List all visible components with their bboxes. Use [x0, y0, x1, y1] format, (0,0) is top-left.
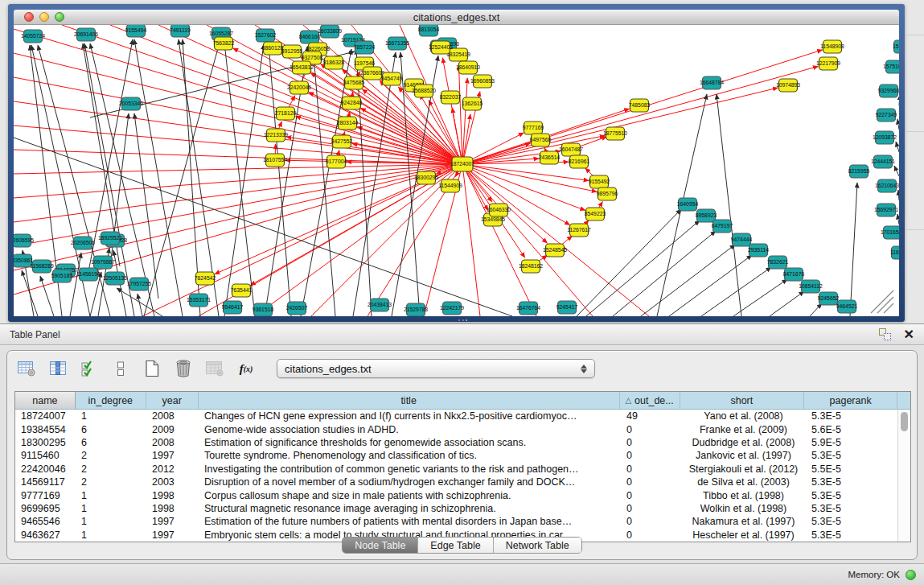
graph-edge[interactable]	[701, 267, 771, 316]
graph-node[interactable]: 12444151	[871, 155, 895, 168]
graph-node[interactable]: 8322037	[440, 91, 462, 104]
graph-node[interactable]: 8186328	[323, 56, 345, 69]
minimize-window-button[interactable]	[39, 12, 49, 22]
graph-node[interactable]: 8471676	[783, 268, 805, 281]
graph-node[interactable]: 7635441	[231, 284, 253, 297]
graph-node[interactable]: 18724007	[450, 157, 474, 171]
network-view-window[interactable]: citations_edges.txt 14055724206914069155…	[8, 4, 905, 322]
graph-edge[interactable]	[586, 220, 700, 316]
graph-node[interactable]: 17957255	[127, 278, 151, 290]
delete-icon[interactable]	[173, 359, 194, 378]
graph-node[interactable]: 22606595	[14, 234, 34, 247]
table-row[interactable]: 1872400712008Changes of HCN gene express…	[15, 410, 910, 422]
unselect-all-icon[interactable]	[110, 359, 131, 378]
graph-node[interactable]: 2935114	[748, 244, 769, 257]
graph-edge[interactable]	[138, 294, 142, 316]
graph-node[interactable]: 12217909	[816, 57, 840, 70]
graph-edge[interactable]	[897, 119, 899, 130]
graph-node[interactable]: 9155494	[125, 25, 147, 37]
column-header-year[interactable]: year	[146, 392, 199, 409]
graph-edge[interactable]	[462, 88, 778, 164]
graph-node[interactable]: 11456194	[76, 268, 101, 281]
graph-node[interactable]: 5905185	[51, 270, 73, 282]
table-scrollbar[interactable]	[897, 410, 910, 542]
tab-edge-table[interactable]: Edge Table	[418, 538, 493, 553]
graph-node[interactable]: 1527602	[255, 29, 277, 42]
graph-edge[interactable]	[360, 108, 462, 164]
graph-node[interactable]: 9245417	[556, 301, 578, 314]
table-row[interactable]: 1456911722003Disruption of a novel membe…	[15, 476, 910, 488]
graph-node[interactable]: 8912955	[281, 45, 303, 58]
close-panel-icon[interactable]: ✕	[904, 329, 914, 340]
graph-node[interactable]: 11544909	[438, 179, 462, 192]
graph-node[interactable]: 8549223	[585, 208, 606, 220]
graph-edge[interactable]	[717, 94, 741, 316]
column-header-short[interactable]: short	[680, 392, 805, 409]
graph-edge[interactable]	[462, 78, 467, 164]
graph-edge[interactable]	[733, 279, 787, 316]
graph-node[interactable]: 20438413	[368, 299, 392, 311]
graph-node[interactable]: 8813054	[418, 25, 440, 36]
delete-table-icon[interactable]	[204, 359, 225, 378]
table-row[interactable]: 969969511998Structural magnetic resonanc…	[15, 502, 910, 515]
graph-node[interactable]: 12093872	[873, 131, 897, 144]
graph-node[interactable]: 18775510	[603, 127, 627, 140]
graph-edge[interactable]	[224, 44, 264, 316]
network-window-titlebar[interactable]: citations_edges.txt	[14, 10, 899, 25]
column-header-title[interactable]: title	[199, 392, 620, 409]
graph-node[interactable]: 15248545	[543, 244, 567, 257]
graph-edge[interactable]	[898, 190, 899, 200]
graph-node[interactable]: 16047487	[559, 143, 583, 156]
graph-node[interactable]: 10974893	[776, 79, 800, 92]
graph-edge[interactable]	[70, 253, 81, 316]
graph-edge[interactable]	[40, 276, 54, 316]
graph-node[interactable]: 10975887	[91, 256, 115, 269]
graph-node[interactable]: 9361518	[253, 303, 274, 316]
graph-node[interactable]: 16960853	[470, 75, 495, 88]
graph-node[interactable]: 9895796	[597, 187, 618, 200]
graph-node[interactable]: 16671355	[385, 37, 409, 50]
graph-node[interactable]: 20691406	[74, 28, 98, 41]
graph-node[interactable]: 2436514	[539, 151, 561, 164]
table-row[interactable]: 977716911998Corpus callosum shape and si…	[15, 488, 910, 501]
table-scrollbar-thumb[interactable]	[901, 412, 908, 431]
graph-node[interactable]: 9329966	[878, 84, 899, 97]
graph-node[interactable]: 1511304	[893, 40, 899, 53]
graph-node[interactable]: 7857224	[354, 41, 376, 54]
graph-node[interactable]: 16543812	[290, 61, 314, 74]
graph-node[interactable]: 8216961	[569, 155, 590, 168]
graph-node[interactable]: 17016504	[881, 226, 899, 239]
graph-node[interactable]: 6479197	[712, 220, 733, 233]
graph-edge[interactable]	[850, 183, 857, 316]
graph-node[interactable]: 18929521	[98, 232, 122, 245]
graph-node[interactable]: 8427552	[331, 135, 353, 148]
graph-edge[interactable]	[462, 164, 649, 316]
graph-edge[interactable]	[641, 245, 735, 316]
graph-edge[interactable]	[462, 164, 570, 225]
graph-node[interactable]: 9227349	[876, 109, 897, 122]
graph-edge[interactable]	[134, 39, 183, 316]
select-all-icon[interactable]	[79, 359, 100, 378]
graph-node[interactable]: 8215955	[848, 165, 870, 178]
table-row[interactable]: 1830029562008Estimation of significance …	[15, 436, 910, 449]
tab-node-table[interactable]: Node Table	[343, 538, 418, 553]
graph-node[interactable]: 9242848	[341, 97, 363, 109]
graph-node[interactable]: 11568289	[30, 260, 54, 273]
table-row[interactable]: 1938455462009Genome-wide association stu…	[15, 422, 910, 435]
graph-node[interactable]: 12242179	[440, 302, 464, 315]
table-row[interactable]: 2242004622012Investigating the contribut…	[15, 463, 910, 476]
graph-node[interactable]: 10654112	[799, 280, 823, 293]
graph-node[interactable]: 15692971	[874, 204, 898, 216]
graph-node[interactable]: 7832621	[767, 256, 789, 269]
graph-node[interactable]: 7491119	[170, 25, 191, 37]
graph-edge[interactable]	[462, 164, 536, 316]
table-row[interactable]: 946554611997Estimation of the future num…	[15, 515, 910, 528]
graph-node[interactable]: 14055724	[21, 30, 45, 43]
column-header-out-de-[interactable]: △out_de...	[620, 392, 680, 409]
split-pane-handle[interactable]	[456, 317, 469, 323]
graph-node[interactable]: 1167533	[890, 246, 899, 259]
graph-node[interactable]: 15751074	[883, 60, 899, 73]
graph-node[interactable]: 18248162	[519, 260, 543, 273]
graph-node[interactable]: 16046330	[487, 204, 511, 216]
graph-edge[interactable]	[897, 214, 899, 225]
